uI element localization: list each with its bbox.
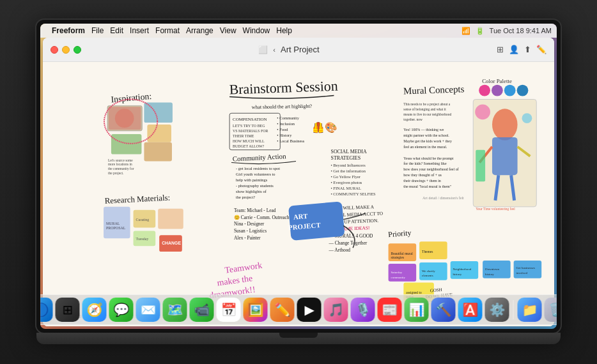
menu-view[interactable]: View (220, 26, 236, 35)
datetime: Tue Oct 18 9:41 AM (490, 27, 552, 34)
toolbar-icons: ⊞ 👤 ⬆ ✏️ (497, 45, 547, 54)
macbook-shell: Freeform File Edit Insert Format Arrange… (0, 0, 597, 364)
dock-safari[interactable]: 🧭 (82, 298, 107, 322)
macbook-notch (279, 333, 318, 338)
dock-numbers[interactable]: 📊 (405, 298, 429, 322)
menu-bar-left: Freeform File Edit Insert Format Arrange… (45, 26, 292, 35)
menu-window[interactable]: Window (243, 26, 270, 35)
toolbar-icon-1[interactable]: ⊞ (497, 45, 504, 54)
dock-maps[interactable]: 🗺️ (163, 298, 187, 322)
title-bar: ⬜ ‹ Art Project ⊞ 👤 ⬆ ✏️ (43, 38, 554, 62)
window-title: Art Project (281, 45, 320, 54)
screen: Freeform File Edit Insert Format Arrange… (40, 24, 557, 329)
nav-back-icon[interactable]: ‹ (273, 46, 275, 54)
dock-launchpad[interactable]: ⊞ (56, 298, 80, 322)
dock-appstore[interactable]: 🅰️ (458, 298, 483, 322)
sidebar-toggle-icon[interactable]: ⬜ (258, 45, 268, 54)
dock-facetime[interactable]: 📹 (190, 298, 214, 322)
minimize-button[interactable] (62, 46, 70, 54)
toolbar-icon-4[interactable]: ✏️ (536, 45, 547, 54)
menu-bar: Freeform File Edit Insert Format Arrange… (40, 24, 557, 38)
menu-edit[interactable]: Edit (110, 26, 123, 35)
toolbar-icon-3[interactable]: ⬆ (524, 45, 531, 54)
close-button[interactable] (50, 46, 58, 54)
dock-systemprefs[interactable]: ⚙️ (485, 298, 509, 322)
menu-file[interactable]: File (91, 26, 104, 35)
dock-trash[interactable]: 🗑️ (545, 298, 557, 322)
dock-photos[interactable]: 🖼️ (244, 298, 268, 322)
menu-bar-right: 📶 🔋 Tue Oct 18 9:41 AM (461, 27, 552, 35)
title-bar-center: ⬜ ‹ Art Project (81, 45, 497, 54)
dock-finder[interactable]: 🔵 (40, 298, 53, 322)
dock-music[interactable]: 🎵 (324, 298, 348, 322)
dock-calendar[interactable]: 📅 (217, 298, 241, 322)
battery-icon: 🔋 (476, 27, 485, 35)
macbook-base (36, 333, 561, 344)
screen-bezel: Freeform File Edit Insert Format Arrange… (36, 20, 561, 333)
menu-insert[interactable]: Insert (130, 26, 149, 35)
toolbar-icon-2[interactable]: 👤 (509, 45, 519, 54)
menu-format[interactable]: Format (155, 26, 180, 35)
dock-news[interactable]: 📰 (378, 298, 402, 322)
menu-help[interactable]: Help (276, 26, 292, 35)
menu-arrange[interactable]: Arrange (186, 26, 213, 35)
dock-appletv[interactable]: ▶ (297, 298, 322, 322)
app-name[interactable]: Freeform (52, 26, 85, 35)
dock-messages[interactable]: 💬 (109, 298, 134, 322)
dock-finder2[interactable]: 📁 (518, 298, 542, 322)
maximize-button[interactable] (74, 46, 81, 54)
dock-separator (513, 300, 514, 319)
dock-xcode[interactable]: 🔨 (431, 298, 456, 322)
traffic-lights (50, 46, 81, 54)
freeform-window: ⬜ ‹ Art Project ⊞ 👤 ⬆ ✏️ (43, 38, 554, 326)
dock-freeform[interactable]: ✏️ (270, 298, 295, 322)
wifi-icon: 📶 (461, 27, 470, 35)
dock-podcasts[interactable]: 🎙️ (351, 298, 375, 322)
dock: 🔵 ⊞ 🧭 💬 ✉️ 🗺️ 📹 (40, 294, 557, 325)
dock-mail[interactable]: ✉️ (136, 298, 160, 322)
canvas-area[interactable]: Inspiration: Le (43, 62, 554, 326)
canvas-background (43, 62, 554, 326)
